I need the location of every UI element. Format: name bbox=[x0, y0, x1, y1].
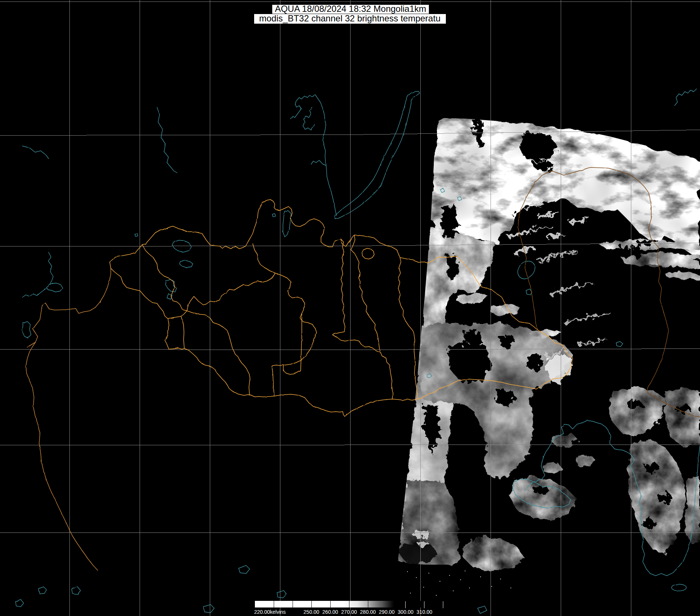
svg-text:270.00: 270.00 bbox=[341, 609, 357, 615]
svg-text:220.00kelvins: 220.00kelvins bbox=[254, 609, 286, 615]
svg-text:310.00: 310.00 bbox=[417, 609, 433, 615]
svg-text:280.00: 280.00 bbox=[360, 609, 376, 615]
svg-text:AQUA 18/08/2024 18:32 Mongolia: AQUA 18/08/2024 18:32 Mongolia1km bbox=[275, 4, 426, 14]
svg-text:250.00: 250.00 bbox=[304, 609, 320, 615]
svg-text:modis_BT32 channel 32 brightne: modis_BT32 channel 32 brightness tempera… bbox=[259, 13, 441, 23]
svg-text:260.00: 260.00 bbox=[322, 609, 338, 615]
svg-text:290.00: 290.00 bbox=[379, 609, 395, 615]
svg-text:300.00: 300.00 bbox=[398, 609, 414, 615]
